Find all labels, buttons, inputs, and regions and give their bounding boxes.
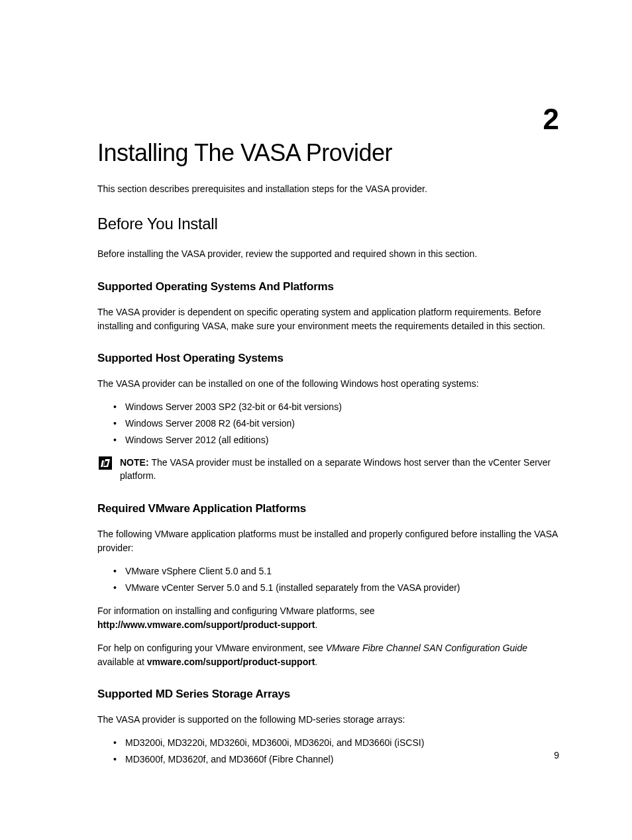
supported-md-heading: Supported MD Series Storage Arrays (97, 688, 559, 701)
required-vmware-list: VMware vSphere Client 5.0 and 5.1 VMware… (97, 564, 559, 595)
supported-host-os-heading: Supported Host Operating Systems (97, 352, 559, 365)
document-page: 2 Installing The VASA Provider This sect… (0, 0, 632, 766)
page-number: 9 (554, 750, 559, 761)
note-label: NOTE: (120, 457, 151, 468)
chapter-intro: This section describes prerequisites and… (97, 183, 559, 196)
before-install-heading: Before You Install (97, 215, 559, 233)
supported-md-list: MD3200i, MD3220i, MD3260i, MD3600i, MD36… (97, 736, 559, 766)
vmware-support-link: http://www.vmware.com/support/product-su… (97, 619, 315, 630)
vmware-info-1: For information on installing and config… (97, 604, 559, 632)
vmware-support-link-2: vmware.com/support/product-support (147, 656, 315, 667)
supported-os-platforms-heading: Supported Operating Systems And Platform… (97, 280, 559, 293)
list-item: Windows Server 2003 SP2 (32-bit or 64-bi… (125, 400, 559, 414)
note-block: NOTE: The VASA provider must be installe… (97, 456, 559, 482)
supported-host-os-list: Windows Server 2003 SP2 (32-bit or 64-bi… (97, 400, 559, 447)
supported-os-platforms-section: Supported Operating Systems And Platform… (97, 280, 559, 333)
chapter-number: 2 (543, 103, 559, 136)
supported-host-os-section: Supported Host Operating Systems The VAS… (97, 352, 559, 482)
note-text: NOTE: The VASA provider must be installe… (120, 456, 559, 482)
before-install-text: Before installing the VASA provider, rev… (97, 248, 559, 261)
vmware-info-2: For help on configuring your VMware envi… (97, 641, 559, 669)
supported-host-os-intro: The VASA provider can be installed on on… (97, 377, 559, 391)
required-vmware-heading: Required VMware Application Platforms (97, 502, 559, 515)
supported-md-intro: The VASA provider is supported on the fo… (97, 713, 559, 727)
note-body: The VASA provider must be installed on a… (120, 457, 551, 481)
note-icon (99, 456, 112, 470)
list-item: VMware vCenter Server 5.0 and 5.1 (insta… (125, 581, 559, 595)
list-item: Windows Server 2008 R2 (64-bit version) (125, 417, 559, 431)
vmware-doc-title: VMware Fibre Channel SAN Configuration G… (326, 643, 527, 653)
list-item: VMware vSphere Client 5.0 and 5.1 (125, 564, 559, 578)
list-item: MD3200i, MD3220i, MD3260i, MD3600i, MD36… (125, 736, 559, 750)
chapter-title: Installing The VASA Provider (97, 139, 559, 167)
supported-md-section: Supported MD Series Storage Arrays The V… (97, 688, 559, 766)
required-vmware-section: Required VMware Application Platforms Th… (97, 502, 559, 669)
list-item: MD3600f, MD3620f, and MD3660f (Fibre Cha… (125, 753, 559, 766)
required-vmware-intro: The following VMware application platfor… (97, 527, 559, 555)
supported-os-platforms-text: The VASA provider is dependent on specif… (97, 305, 559, 333)
list-item: Windows Server 2012 (all editions) (125, 433, 559, 447)
